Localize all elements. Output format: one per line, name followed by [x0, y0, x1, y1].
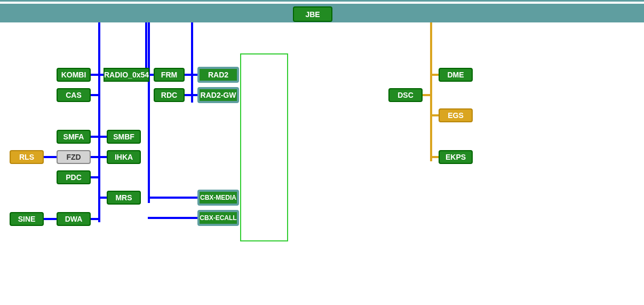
node-fzd[interactable]: FZD: [57, 150, 91, 164]
stub-egs: [430, 114, 439, 116]
node-ihka[interactable]: IHKA: [107, 150, 141, 164]
stub-ihka: [98, 156, 107, 158]
stub-dwa: [91, 218, 100, 220]
bus1-trunk: [98, 22, 100, 222]
node-egs[interactable]: EGS: [439, 108, 473, 122]
node-dme[interactable]: DME: [439, 68, 473, 82]
stub-cbxmedia: [148, 197, 198, 199]
node-kombi[interactable]: KOMBI: [57, 68, 91, 82]
node-frm[interactable]: FRM: [154, 68, 185, 82]
node-radio[interactable]: RADIO_0x54: [104, 68, 149, 82]
stub-mrs: [98, 197, 107, 199]
node-sine[interactable]: SINE: [10, 212, 44, 226]
stub-smbf: [98, 136, 107, 138]
node-cbxecall[interactable]: CBX-ECALL: [197, 210, 239, 226]
node-dwa[interactable]: DWA: [57, 212, 91, 226]
stub-cbxecall: [148, 217, 198, 219]
node-rad2[interactable]: RAD2: [197, 67, 239, 83]
stub-rls: [44, 156, 57, 158]
node-smbf[interactable]: SMBF: [107, 130, 141, 144]
node-jbe[interactable]: JBE: [293, 6, 332, 22]
node-rls[interactable]: RLS: [10, 150, 44, 164]
node-cas[interactable]: CAS: [57, 88, 91, 102]
stub-dme: [430, 74, 439, 76]
stub-pdc: [91, 176, 100, 178]
bus2-trunk: [191, 22, 193, 103]
node-rad2gw[interactable]: RAD2-GW: [197, 87, 239, 103]
stub-sine: [44, 218, 57, 220]
node-mrs[interactable]: MRS: [107, 191, 141, 205]
node-rdc[interactable]: RDC: [154, 88, 185, 102]
node-pdc[interactable]: PDC: [57, 170, 91, 184]
stub-ekps: [430, 156, 439, 158]
stub-dsc: [423, 94, 432, 96]
node-dsc[interactable]: DSC: [388, 88, 423, 102]
bus2-trunk-ext: [148, 22, 150, 203]
most-panel: [240, 53, 288, 241]
node-ekps[interactable]: EKPS: [439, 150, 473, 164]
stub-cas: [91, 94, 100, 96]
node-cbxmedia[interactable]: CBX-MEDIA: [197, 190, 239, 206]
bus4-trunk: [430, 22, 432, 161]
node-smfa[interactable]: SMFA: [57, 130, 91, 144]
header-strip-top: [0, 0, 644, 2]
